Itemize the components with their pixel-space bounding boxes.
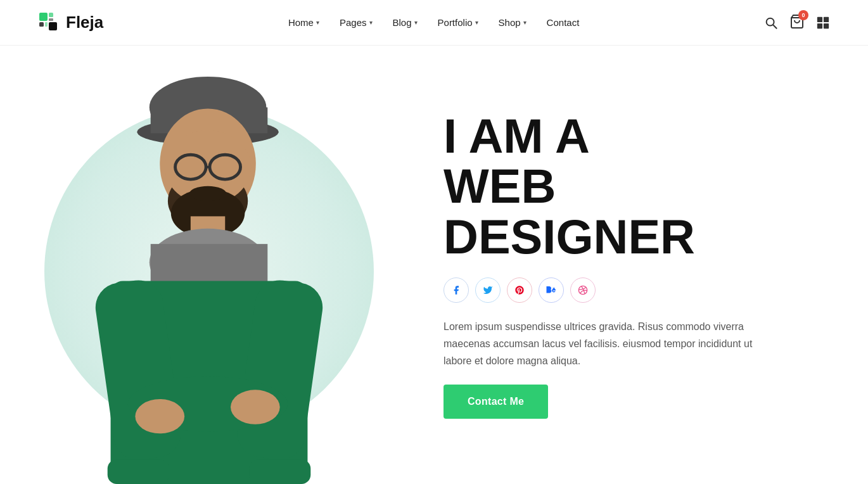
social-pinterest-button[interactable] [507,277,532,303]
nav-item-home[interactable]: Home ▾ [288,17,319,28]
svg-rect-12 [824,23,829,28]
chevron-down-icon: ▾ [475,19,478,26]
svg-point-23 [189,186,226,201]
pinterest-icon [514,285,525,295]
svg-rect-33 [108,459,169,484]
hero-title: I AM A WEB DESIGNER [444,111,817,262]
nav-item-contact[interactable]: Contact [547,17,580,28]
svg-rect-0 [39,13,48,21]
cart-count: 0 [798,10,808,20]
nav-item-pages[interactable]: Pages ▾ [340,17,373,28]
social-twitter-button[interactable] [475,277,501,303]
nav-links: Home ▾ Pages ▾ Blog ▾ Portfolio ▾ Shop [288,17,579,28]
svg-rect-1 [49,13,53,17]
facebook-icon [451,285,461,295]
chevron-down-icon: ▾ [523,19,527,26]
nav-item-portfolio[interactable]: Portfolio ▾ [438,17,478,28]
logo-link[interactable]: Fleja [38,11,103,34]
svg-point-6 [767,18,774,25]
nav-item-blog[interactable]: Blog ▾ [393,17,418,28]
cart-icon[interactable]: 0 [789,14,805,32]
hero-content: I AM A WEB DESIGNER Lorem ipsum suspendi… [418,86,868,445]
svg-rect-4 [45,22,48,27]
svg-rect-5 [49,22,57,30]
social-behance-button[interactable] [539,277,564,303]
svg-rect-3 [39,22,44,27]
svg-rect-10 [824,16,829,22]
contact-me-button[interactable]: Contact Me [444,385,548,419]
behance-icon [546,284,557,296]
twitter-icon [483,285,493,295]
hero-section: I AM A WEB DESIGNER Lorem ipsum suspendi… [0,46,868,484]
hero-person-image [57,53,361,484]
logo-text: Fleja [66,13,103,32]
chevron-down-icon: ▾ [316,19,319,26]
social-links [444,277,817,303]
nav-item-shop[interactable]: Shop ▾ [499,17,527,28]
dribbble-icon [578,285,588,295]
svg-point-32 [231,390,280,424]
social-dribbble-button[interactable] [570,277,596,303]
svg-rect-9 [817,16,822,22]
hero-image-wrap [0,46,418,484]
svg-rect-11 [817,23,822,28]
svg-point-31 [135,399,184,433]
hero-description: Lorem ipsum suspendisse ultrices gravida… [444,318,773,370]
svg-rect-34 [249,459,310,484]
chevron-down-icon: ▾ [369,19,373,26]
search-icon[interactable] [764,16,778,30]
svg-line-7 [773,25,777,29]
nav-actions: 0 [764,14,830,32]
navbar: Fleja Home ▾ Pages ▾ Blog ▾ Portfolio ▾ [0,0,868,46]
chevron-down-icon: ▾ [414,19,418,26]
social-facebook-button[interactable] [444,277,469,303]
svg-rect-2 [49,18,53,21]
logo-icon [38,11,61,34]
grid-icon[interactable] [816,16,830,30]
